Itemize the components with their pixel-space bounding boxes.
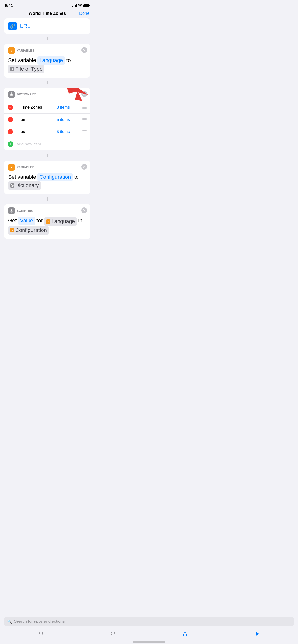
status-bar: 9:41 — [0, 0, 94, 10]
dict-header-label: DICTIONARY — [17, 93, 36, 96]
connector-2 — [47, 81, 48, 84]
for-text: for — [37, 218, 43, 224]
scripting-card: SCRIPTING ✕ Get Value for x Language in … — [4, 204, 90, 239]
value-token[interactable]: Value — [18, 216, 35, 225]
dict-key-en: en — [17, 114, 53, 126]
set-variable-text-2: Set variable Configuration to Dictionary — [8, 173, 86, 190]
config-token-label: Configuration — [15, 227, 47, 234]
dict-token-icon — [10, 183, 14, 188]
language-token-2-label: Language — [51, 218, 75, 225]
add-item-row: + Add new item — [4, 138, 90, 150]
variables-icon-1: x — [8, 47, 15, 54]
set-text-2: Set variable — [8, 174, 36, 180]
config-token[interactable]: x Configuration — [8, 226, 49, 234]
dict-key-timezones: Time Zones — [17, 101, 53, 114]
file-of-type-label: File of Type — [15, 66, 43, 73]
dict-value-timezones[interactable]: 8 items — [53, 101, 78, 114]
reorder-es[interactable] — [82, 130, 87, 133]
close-button-1[interactable]: ✕ — [81, 47, 87, 53]
dictionary-token[interactable]: Dictionary — [8, 181, 41, 190]
url-icon: 🔗 — [8, 22, 17, 30]
connector-4 — [47, 198, 48, 201]
language-token-2[interactable]: x Language — [44, 217, 77, 226]
connector-3 — [47, 154, 48, 157]
variables-icon-2: x — [8, 164, 15, 170]
status-time: 9:41 — [5, 3, 13, 8]
connector-1 — [47, 37, 48, 40]
dict-value-es[interactable]: 5 items — [53, 126, 78, 138]
dict-header: DICTIONARY ✕ — [4, 88, 90, 101]
dictionary-token-label: Dictionary — [15, 182, 39, 189]
add-item-button[interactable]: + — [8, 141, 14, 147]
remove-btn-timezones[interactable]: − — [8, 105, 13, 110]
variables-label-2: VARIABLES — [17, 166, 34, 169]
card-header-variables-1: x VARIABLES — [8, 47, 86, 54]
dictionary-table: − Time Zones 8 items − en 5 items — [4, 101, 90, 138]
url-label: URL — [20, 23, 30, 29]
card-header-scripting: SCRIPTING — [8, 208, 86, 214]
table-row: − es 5 items — [4, 126, 90, 138]
file-of-type-token[interactable]: ⚙ File of Type — [8, 65, 44, 73]
scripting-icon — [8, 208, 15, 214]
svg-point-7 — [12, 185, 13, 186]
table-row: − en 5 items — [4, 114, 90, 126]
svg-point-1 — [11, 94, 12, 95]
add-item-label: Add new item — [16, 142, 41, 146]
dictionary-card: DICTIONARY ✕ − Time Zones 8 items — [4, 88, 90, 150]
to-text-1: to — [66, 57, 71, 63]
config-token-icon: x — [10, 228, 14, 232]
in-text: in — [78, 218, 82, 224]
configuration-token[interactable]: Configuration — [37, 173, 73, 181]
wifi-icon — [78, 4, 82, 8]
main-content: 🔗 URL x VARIABLES ✕ Set variable Languag… — [0, 18, 94, 268]
set-text-1: Set variable — [8, 57, 36, 63]
nav-bar: World Time Zones Done — [0, 10, 94, 18]
status-icons — [72, 4, 89, 8]
table-row: − Time Zones 8 items — [4, 101, 90, 114]
card-header-variables-2: x VARIABLES — [8, 164, 86, 170]
scripting-label: SCRIPTING — [17, 209, 34, 212]
svg-point-9 — [11, 210, 12, 211]
get-text: Get — [8, 218, 17, 224]
to-text-2: to — [74, 174, 78, 180]
variables-card-1: x VARIABLES ✕ Set variable Language to ⚙… — [4, 44, 90, 78]
file-icon: ⚙ — [10, 67, 14, 72]
dict-value-en[interactable]: 5 items — [53, 114, 78, 126]
variables-label-1: VARIABLES — [17, 49, 34, 52]
remove-btn-en[interactable]: − — [8, 117, 13, 122]
close-button-scripting[interactable]: ✕ — [81, 208, 87, 213]
remove-btn-es[interactable]: − — [8, 129, 13, 134]
get-value-text: Get Value for x Language in x Configurat… — [8, 216, 86, 234]
nav-title: World Time Zones — [29, 11, 66, 16]
reorder-timezones[interactable] — [82, 106, 87, 109]
dict-key-es: es — [17, 126, 53, 138]
signal-bars-icon — [72, 4, 77, 7]
url-card: 🔗 URL — [4, 18, 90, 34]
set-variable-text-1: Set variable Language to ⚙ File of Type — [8, 56, 86, 73]
close-button-2[interactable]: ✕ — [81, 164, 87, 170]
lang-token-icon: x — [46, 220, 50, 224]
done-button[interactable]: Done — [79, 11, 89, 16]
language-token-1[interactable]: Language — [37, 56, 65, 65]
close-button-dict[interactable]: ✕ — [81, 91, 87, 97]
dict-icon — [8, 91, 15, 98]
battery-icon — [83, 4, 89, 8]
variables-card-2: x VARIABLES ✕ Set variable Configuration… — [4, 160, 90, 194]
reorder-en[interactable] — [82, 118, 87, 121]
